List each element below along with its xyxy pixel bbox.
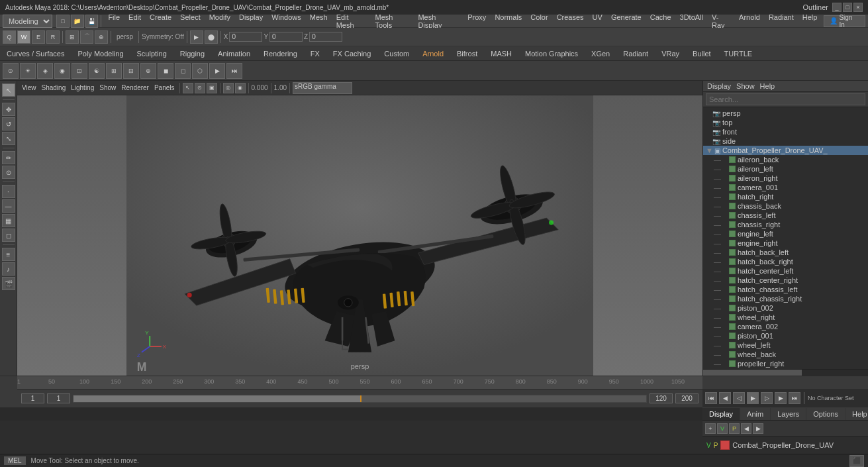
new-file-btn[interactable]: □ xyxy=(56,15,70,28)
menu-windows[interactable]: Windows xyxy=(267,13,305,30)
tree-item-chassis_left[interactable]: —chassis_left xyxy=(703,211,868,220)
menu-generate[interactable]: Generate xyxy=(607,13,646,30)
mod-rendering[interactable]: Rendering xyxy=(260,48,301,59)
vp-icon-1[interactable]: ↖ xyxy=(183,83,193,93)
color-space-dropdown[interactable]: sRGB gamma xyxy=(293,82,352,94)
next-frame-btn[interactable]: ▶ xyxy=(775,392,787,404)
tree-item-piston_001[interactable]: —piston_001 xyxy=(703,331,868,340)
mod-turtle[interactable]: TURTLE xyxy=(720,48,757,59)
render-layer-btn[interactable]: 🎬 xyxy=(2,277,15,290)
menu-uv[interactable]: UV xyxy=(589,13,606,30)
tree-item-wheel_back[interactable]: —wheel_back xyxy=(703,350,868,359)
snap-grid-btn[interactable]: ⊞ xyxy=(66,30,79,44)
face-btn[interactable]: ▦ xyxy=(2,214,15,227)
vp-icon-3[interactable]: ▣ xyxy=(207,83,217,93)
z-field[interactable] xyxy=(309,32,342,42)
tree-item-side[interactable]: 📷side xyxy=(703,136,868,146)
menu-arnold[interactable]: Arnold xyxy=(735,13,764,30)
vertex-btn[interactable]: · xyxy=(2,185,15,198)
tree-item-propeller_right[interactable]: —propeller_right xyxy=(703,359,868,368)
menu-normals[interactable]: Normals xyxy=(491,13,526,30)
play-btn[interactable]: ▶ xyxy=(747,392,759,404)
mod-arnold[interactable]: Arnold xyxy=(418,48,448,59)
menu-mesh[interactable]: Mesh xyxy=(306,13,332,30)
script-editor-btn[interactable]: ⬛ xyxy=(849,455,864,467)
tree-item-piston_002[interactable]: —piston_002 xyxy=(703,303,868,313)
vp-show-btn[interactable]: Show xyxy=(97,84,118,91)
scale-mode-btn[interactable]: ⤡ xyxy=(2,132,15,145)
sign-in-btn[interactable]: 👤 Sign In xyxy=(824,15,865,27)
menu-mesh-tools[interactable]: Mesh Tools xyxy=(371,13,414,30)
mod-mash[interactable]: MASH xyxy=(487,48,516,59)
rb-tab-options[interactable]: Options xyxy=(806,408,845,420)
tree-item-engine_right[interactable]: —engine_right xyxy=(703,238,868,248)
tree-item-front[interactable]: 📷front xyxy=(703,127,868,136)
outliner-minimize-btn[interactable]: _ xyxy=(832,3,842,12)
timeline-ruler[interactable]: 1501001502002503003504004505005506006507… xyxy=(17,376,702,389)
select-tool-btn[interactable]: Q xyxy=(3,30,16,44)
object-btn[interactable]: ◻ xyxy=(2,229,15,242)
shelf-btn-11[interactable]: ◻ xyxy=(175,63,191,79)
tree-item-chassis_right[interactable]: —chassis_right xyxy=(703,220,868,229)
menu-display[interactable]: Display xyxy=(235,13,267,30)
shelf-btn-6[interactable]: ☯ xyxy=(89,63,105,79)
snap-curve-btn[interactable]: ⌒ xyxy=(80,30,93,44)
go-start-btn[interactable]: ⏮ xyxy=(705,392,717,404)
scale-tool-btn[interactable]: R xyxy=(46,30,60,44)
menu-file[interactable]: File xyxy=(104,13,124,30)
open-file-btn[interactable]: 📁 xyxy=(71,15,84,28)
tree-expand-arrow[interactable]: ▼ xyxy=(706,146,713,154)
shelf-btn-7[interactable]: ⊞ xyxy=(106,63,122,79)
tree-item-persp[interactable]: 📷persp xyxy=(703,109,868,118)
shelf-btn-9[interactable]: ⊕ xyxy=(140,63,156,79)
tree-item-wheel_left[interactable]: —wheel_left xyxy=(703,340,868,350)
rb-tb-sel-btn[interactable]: ◀ xyxy=(741,423,751,434)
vp-lighting-btn[interactable]: Lighting xyxy=(69,84,96,91)
tree-item-wheel_right[interactable]: —wheel_right xyxy=(703,313,868,322)
mod-xgen[interactable]: XGen xyxy=(587,48,614,59)
move-tool-btn[interactable]: W xyxy=(17,30,30,44)
menu-vray[interactable]: V-Ray xyxy=(708,13,734,30)
mel-mode-btn[interactable]: MEL xyxy=(4,456,26,465)
outliner-hscroll[interactable] xyxy=(703,369,868,376)
outliner-show-menu[interactable]: Show xyxy=(736,82,755,90)
mod-fx-caching[interactable]: FX Caching xyxy=(329,48,375,59)
tree-item-hatch_center_left[interactable]: —hatch_center_left xyxy=(703,266,868,276)
mod-animation[interactable]: Animation xyxy=(214,48,254,59)
x-field[interactable] xyxy=(229,32,262,42)
shelf-btn-13[interactable]: ▶ xyxy=(209,63,225,79)
mod-poly[interactable]: Poly Modeling xyxy=(73,48,127,59)
vp-icon-2[interactable]: ⊙ xyxy=(195,83,205,93)
tree-item-hatch_back_right[interactable]: —hatch_back_right xyxy=(703,257,868,266)
vp-renderer-btn[interactable]: Renderer xyxy=(119,84,151,91)
menu-proxy[interactable]: Proxy xyxy=(463,13,490,30)
mode-dropdown[interactable]: Modeling xyxy=(3,15,52,28)
edge-btn[interactable]: — xyxy=(2,199,15,213)
mod-rigging[interactable]: Rigging xyxy=(176,48,209,59)
shelf-btn-3[interactable]: ◈ xyxy=(37,63,53,79)
tree-item-chassis_back[interactable]: —chassis_back xyxy=(703,201,868,211)
rotate-tool-btn[interactable]: E xyxy=(32,30,45,44)
tree-item-hatch_center_right[interactable]: —hatch_center_right xyxy=(703,276,868,285)
outliner-display-menu[interactable]: Display xyxy=(707,82,731,90)
mod-sculpting[interactable]: Sculpting xyxy=(133,48,171,59)
mod-motion[interactable]: Motion Graphics xyxy=(521,48,582,59)
rb-tab-help[interactable]: Help xyxy=(845,408,868,420)
anim-layer-btn[interactable]: ♪ xyxy=(2,262,15,276)
vp-icon-5[interactable]: ◉ xyxy=(235,83,246,93)
range-slider[interactable] xyxy=(73,395,647,403)
shelf-btn-8[interactable]: ⊟ xyxy=(123,63,139,79)
tree-item-engine_left[interactable]: —engine_left xyxy=(703,229,868,238)
shelf-btn-4[interactable]: ◉ xyxy=(54,63,70,79)
shelf-btn-2[interactable]: ☀ xyxy=(20,63,36,79)
tree-item-aileron_back[interactable]: —aileron_back xyxy=(703,155,868,164)
rb-tab-layers[interactable]: Layers xyxy=(771,408,806,420)
vp-view-btn[interactable]: View xyxy=(20,84,38,91)
tree-item-hatch_right[interactable]: —hatch_right xyxy=(703,192,868,201)
tree-item-camera_002[interactable]: —camera_002 xyxy=(703,322,868,331)
tree-item-hatch_chassis_left[interactable]: —hatch_chassis_left xyxy=(703,285,868,294)
display-layer-btn[interactable]: ≡ xyxy=(2,248,15,261)
snap-point-btn[interactable]: ⊕ xyxy=(95,30,108,44)
rotate-mode-btn[interactable]: ↺ xyxy=(2,117,15,130)
outliner-close-btn[interactable]: × xyxy=(853,3,863,12)
